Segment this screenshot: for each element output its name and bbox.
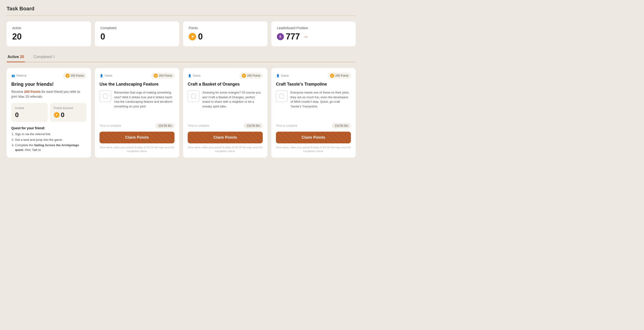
stat-value-active: 20	[12, 32, 86, 42]
page-wrapper: Task Board Active 20 Completed 0 Points …	[0, 0, 362, 163]
trampoline-image	[276, 90, 288, 102]
referral-points-highlight: 200 Points	[24, 90, 40, 93]
leaderboard-rank-icon: 0	[277, 33, 284, 40]
leaderboard-link[interactable]: →	[303, 33, 308, 40]
invited-value: 0	[15, 111, 44, 119]
points-earned-star-icon: ✦	[54, 112, 60, 118]
oranges-time-value: 12d 5h 8m	[244, 123, 263, 128]
oranges-claim-note: Once done, claim your points! A delay of…	[188, 146, 263, 153]
quest-item-2: Get a land and jump into the game.	[15, 137, 86, 142]
quest-section: Quest for your friend: Sign in via the r…	[11, 126, 86, 153]
oranges-image	[188, 90, 200, 102]
landscaping-title: Use the Landscaping Feature	[100, 81, 174, 87]
trampoline-points-badge: ✦ 200 Points	[328, 73, 351, 79]
quest-list: Sign in via the referral link. Get a lan…	[11, 132, 86, 152]
top-divider	[6, 15, 356, 16]
stat-card-active: Active 20	[6, 21, 91, 46]
quest-item-1: Sign in via the referral link.	[15, 132, 86, 137]
tab-completed-label: Completed	[34, 55, 53, 59]
referral-subtext: Receive 200 Points for each friend you r…	[11, 89, 86, 99]
tab-active[interactable]: Active 20	[6, 53, 25, 62]
task-card-trampoline: 👤 Game ✦ 200 Points Craft Tassle's Tramp…	[271, 68, 356, 158]
stat-card-completed: Completed 0	[95, 21, 179, 46]
referral-card-meta: 👥 Referral ✦ 200 Points	[11, 73, 86, 79]
oranges-claim-button[interactable]: Claim Points	[188, 132, 263, 143]
oranges-title: Craft a Basket of Oranges	[188, 81, 263, 87]
tabs-row: Active 20 Completed 0	[6, 53, 356, 62]
quest-item-3: Complete the Sailing Across the Archipel…	[15, 143, 86, 152]
oranges-meta: 👤 Game ✦ 200 Points	[188, 73, 263, 79]
svg-rect-0	[103, 94, 108, 98]
stat-card-leaderboard: Leaderboard Position 0 777 →	[271, 21, 356, 46]
page-title: Task Board	[6, 6, 356, 12]
task-card-oranges: 👤 Game ✦ 200 Points Craft a Basket of Or…	[183, 68, 268, 158]
tab-active-label: Active	[8, 55, 20, 59]
svg-rect-2	[280, 94, 284, 98]
oranges-time-row: Time to complete 12d 5h 8m	[188, 123, 263, 128]
trampoline-time-row: Time to complete 12d 5h 8m	[276, 123, 351, 128]
points-earned-box: Points Earned ✦ 0	[50, 103, 86, 122]
game-icon-3: 👤	[276, 74, 280, 77]
quest-title: Quest for your friend:	[11, 126, 86, 130]
stat-value-completed: 0	[100, 32, 174, 42]
points-earned-label: Points Earned	[54, 106, 83, 110]
people-icon: 👥	[11, 74, 15, 77]
referral-points-star-icon: ✦	[66, 73, 70, 78]
stat-value-leaderboard: 0 777 →	[277, 32, 350, 42]
stat-value-points: ✦ 0	[189, 32, 262, 42]
landscaping-body: Remember that urge of making something n…	[100, 90, 174, 119]
trampoline-time-value: 12d 5h 8m	[332, 123, 351, 128]
stat-label-leaderboard: Leaderboard Position	[277, 26, 350, 30]
cards-grid: 👥 Referral ✦ 200 Points Bring your frien…	[6, 68, 356, 158]
landscaping-star-icon: ✦	[154, 73, 158, 78]
tab-active-count: 20	[20, 55, 24, 59]
referral-title: Bring your friends!	[11, 81, 86, 87]
invited-label: Invited	[15, 106, 44, 110]
stat-label-completed: Completed	[100, 26, 174, 30]
tab-completed[interactable]: Completed 0	[32, 53, 56, 62]
trampoline-time-label: Time to complete	[276, 124, 298, 127]
landscaping-image	[100, 90, 111, 102]
referral-type: 👥 Referral	[11, 74, 26, 77]
trampoline-claim-note: Once done, claim your points! A delay of…	[276, 146, 351, 153]
landscaping-points-badge: ✦ 200 Points	[151, 73, 174, 79]
trampoline-meta: 👤 Game ✦ 200 Points	[276, 73, 351, 79]
referral-card: 👥 Referral ✦ 200 Points Bring your frien…	[6, 68, 91, 158]
referral-points-badge: ✦ 200 Points	[63, 73, 86, 79]
task-card-landscaping: 👤 Game ✦ 200 Points Use the Landscaping …	[95, 68, 179, 158]
svg-rect-1	[192, 94, 196, 98]
points-earned-value: ✦ 0	[54, 111, 83, 119]
oranges-points-badge: ✦ 200 Points	[240, 73, 263, 79]
landscaping-description: Remember that urge of making something n…	[114, 90, 174, 119]
oranges-body: Jonesing for some oranges? Of course you…	[188, 90, 263, 119]
stats-row: Active 20 Completed 0 Points ✦ 0 Leaderb…	[6, 21, 356, 46]
trampoline-title: Craft Tassle's Trampoline	[276, 81, 351, 87]
invited-box: Invited 0	[11, 103, 48, 122]
oranges-star-icon: ✦	[242, 73, 246, 78]
landscaping-claim-note: Once done, claim your points! A delay of…	[100, 146, 174, 153]
game-icon-1: 👤	[100, 74, 103, 77]
trampoline-body: Everyone needs one of these on their plo…	[276, 90, 351, 119]
stat-card-points: Points ✦ 0	[183, 21, 268, 46]
landscaping-claim-button[interactable]: Claim Points	[100, 132, 174, 143]
tab-completed-count: 0	[53, 55, 55, 59]
game-icon-2: 👤	[188, 74, 192, 77]
points-star-icon: ✦	[189, 33, 196, 40]
trampoline-description: Everyone needs one of these on their plo…	[290, 90, 351, 119]
landscaping-time-label: Time to complete	[100, 124, 121, 127]
oranges-time-label: Time to complete	[188, 124, 209, 127]
trampoline-star-icon: ✦	[330, 73, 334, 78]
landscaping-meta: 👤 Game ✦ 200 Points	[100, 73, 174, 79]
landscaping-type: 👤 Game	[100, 74, 112, 77]
trampoline-type: 👤 Game	[276, 74, 289, 77]
trampoline-claim-button[interactable]: Claim Points	[276, 132, 351, 143]
stat-label-active: Active	[12, 26, 86, 30]
landscaping-time-value: 12d 5h 8m	[156, 123, 174, 128]
stat-label-points: Points	[189, 26, 262, 30]
oranges-description: Jonesing for some oranges? Of course you…	[202, 90, 263, 119]
landscaping-time-row: Time to complete 12d 5h 8m	[100, 123, 174, 128]
oranges-type: 👤 Game	[188, 74, 201, 77]
referral-stats: Invited 0 Points Earned ✦ 0	[11, 103, 86, 122]
